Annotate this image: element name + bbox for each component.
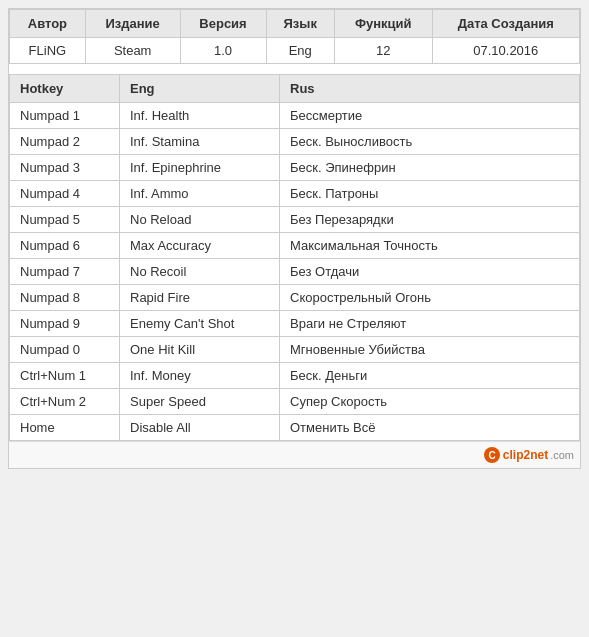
hotkey-cell: Ctrl+Num 1 [10,363,120,389]
hotkey-cell: Inf. Ammo [120,181,280,207]
hotkey-cell: Numpad 2 [10,129,120,155]
hotkey-cell: Disable All [120,415,280,441]
hotkey-cell: Home [10,415,120,441]
hotkey-cell: Без Отдачи [280,259,580,285]
info-header-cell: Язык [266,10,334,38]
hotkey-cell: One Hit Kill [120,337,280,363]
clip-icon: C [483,446,501,464]
info-data-cell: 12 [334,38,432,64]
table-row: Numpad 8Rapid FireСкорострельный Огонь [10,285,580,311]
info-data-cell: Eng [266,38,334,64]
hotkey-cell: Inf. Money [120,363,280,389]
hotkey-cell: Беск. Патроны [280,181,580,207]
hotkey-header-cell: Eng [120,75,280,103]
hotkey-cell: Rapid Fire [120,285,280,311]
hotkey-cell: Ctrl+Num 2 [10,389,120,415]
info-data-cell: Steam [85,38,180,64]
table-row: Numpad 4Inf. AmmoБеск. Патроны [10,181,580,207]
info-data-cell: 07.10.2016 [432,38,579,64]
info-header-cell: Издание [85,10,180,38]
info-header-cell: Дата Создания [432,10,579,38]
hotkey-cell: Inf. Epinephrine [120,155,280,181]
hotkey-cell: Мгновенные Убийства [280,337,580,363]
hotkey-cell: Numpad 1 [10,103,120,129]
table-row: Numpad 9Enemy Can't ShotВраги не Стреляю… [10,311,580,337]
hotkey-cell: Враги не Стреляют [280,311,580,337]
hotkey-cell: Super Speed [120,389,280,415]
info-data-cell: FLiNG [10,38,86,64]
table-row: Numpad 1Inf. HealthБессмертие [10,103,580,129]
hotkey-table: HotkeyEngRus Numpad 1Inf. HealthБессмерт… [9,74,580,441]
hotkey-header-cell: Hotkey [10,75,120,103]
hotkey-cell: Inf. Health [120,103,280,129]
hotkey-cell: Max Accuracy [120,233,280,259]
info-header-cell: Функций [334,10,432,38]
watermark-suffix: .com [550,449,574,461]
hotkey-cell: Скорострельный Огонь [280,285,580,311]
table-row: Numpad 3Inf. EpinephrineБеск. Эпинефрин [10,155,580,181]
table-row: Numpad 5No ReloadБез Перезарядки [10,207,580,233]
table-row: Ctrl+Num 2Super SpeedСупер Скорость [10,389,580,415]
info-header-cell: Версия [180,10,266,38]
table-row: Numpad 6Max AccuracyМаксимальная Точност… [10,233,580,259]
watermark: C clip2net.com [9,441,580,468]
hotkey-cell: Numpad 5 [10,207,120,233]
hotkey-cell: No Reload [120,207,280,233]
table-row: Ctrl+Num 1Inf. MoneyБеск. Деньги [10,363,580,389]
hotkey-cell: Numpad 0 [10,337,120,363]
hotkey-cell: Беск. Деньги [280,363,580,389]
table-row: Numpad 0One Hit KillМгновенные Убийства [10,337,580,363]
svg-text:C: C [488,450,495,461]
hotkey-cell: Numpad 4 [10,181,120,207]
hotkey-cell: Беск. Выносливость [280,129,580,155]
hotkey-cell: No Recoil [120,259,280,285]
hotkey-cell: Inf. Stamina [120,129,280,155]
hotkey-cell: Numpad 8 [10,285,120,311]
hotkey-cell: Беск. Эпинефрин [280,155,580,181]
info-header-cell: Автор [10,10,86,38]
table-row: Numpad 2Inf. StaminaБеск. Выносливость [10,129,580,155]
table-row: Numpad 7No RecoilБез Отдачи [10,259,580,285]
hotkey-cell: Максимальная Точность [280,233,580,259]
info-data-cell: 1.0 [180,38,266,64]
hotkey-cell: Бессмертие [280,103,580,129]
hotkey-header-cell: Rus [280,75,580,103]
watermark-logo: clip2net [503,448,548,462]
hotkey-cell: Без Перезарядки [280,207,580,233]
hotkey-cell: Numpad 7 [10,259,120,285]
hotkey-cell: Отменить Всё [280,415,580,441]
hotkey-cell: Супер Скорость [280,389,580,415]
hotkey-cell: Numpad 6 [10,233,120,259]
table-row: HomeDisable AllОтменить Всё [10,415,580,441]
hotkey-cell: Numpad 3 [10,155,120,181]
hotkey-cell: Numpad 9 [10,311,120,337]
info-table: АвторИзданиеВерсияЯзыкФункцийДата Создан… [9,9,580,64]
hotkey-cell: Enemy Can't Shot [120,311,280,337]
